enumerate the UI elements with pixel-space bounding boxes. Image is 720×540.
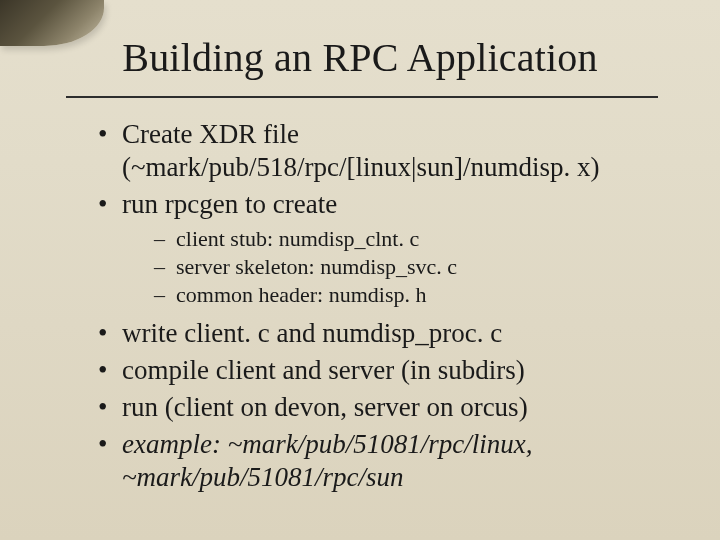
list-item: run rpcgen to create client stub: numdis… xyxy=(92,188,680,309)
bullet-text: client stub: numdisp_clnt. c xyxy=(176,226,419,251)
list-item: example: ~mark/pub/51081/rpc/linux, ~mar… xyxy=(92,428,680,494)
title-underline xyxy=(66,96,658,98)
bullet-text: Create XDR file (~mark/pub/518/rpc/[linu… xyxy=(122,119,599,182)
bullet-text: common header: numdisp. h xyxy=(176,282,427,307)
bullet-text: server skeleton: numdisp_svc. c xyxy=(176,254,457,279)
list-item: compile client and server (in subdirs) xyxy=(92,354,680,387)
list-item: write client. c and numdisp_proc. c xyxy=(92,317,680,350)
list-item: run (client on devon, server on orcus) xyxy=(92,391,680,424)
bullet-text: compile client and server (in subdirs) xyxy=(122,355,525,385)
bullet-text: write client. c and numdisp_proc. c xyxy=(122,318,502,348)
bullet-text: example: ~mark/pub/51081/rpc/linux, ~mar… xyxy=(122,429,533,492)
slide-body: Create XDR file (~mark/pub/518/rpc/[linu… xyxy=(92,118,680,498)
list-item: client stub: numdisp_clnt. c xyxy=(154,225,680,253)
bullet-text: run (client on devon, server on orcus) xyxy=(122,392,528,422)
list-item: Create XDR file (~mark/pub/518/rpc/[linu… xyxy=(92,118,680,184)
slide-title: Building an RPC Application xyxy=(0,34,720,81)
list-item: common header: numdisp. h xyxy=(154,281,680,309)
slide: Building an RPC Application Create XDR f… xyxy=(0,0,720,540)
list-item: server skeleton: numdisp_svc. c xyxy=(154,253,680,281)
bullet-text: run rpcgen to create xyxy=(122,189,337,219)
bullet-list: Create XDR file (~mark/pub/518/rpc/[linu… xyxy=(92,118,680,494)
sub-bullet-list: client stub: numdisp_clnt. c server skel… xyxy=(122,225,680,309)
